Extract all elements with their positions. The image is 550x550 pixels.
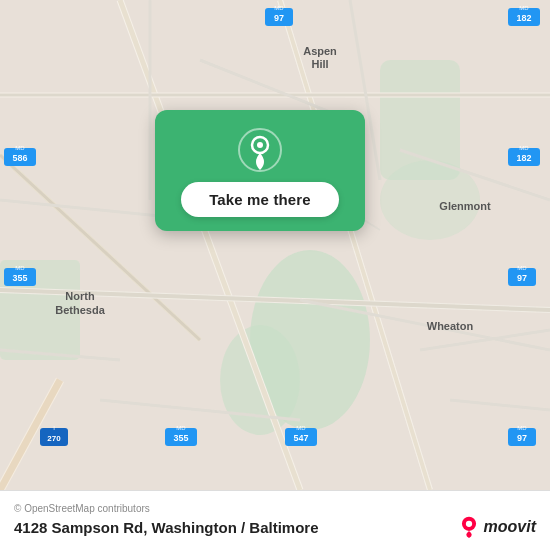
svg-text:355: 355 xyxy=(173,433,188,443)
bottom-bar: © OpenStreetMap contributors 4128 Sampso… xyxy=(0,490,550,550)
svg-text:Hill: Hill xyxy=(311,58,328,70)
svg-text:Aspen: Aspen xyxy=(303,45,337,57)
map-svg: 97 MD 182 MD 586 MD 355 MD 182 MD 97 MD … xyxy=(0,0,550,490)
take-me-there-button[interactable]: Take me there xyxy=(181,182,339,217)
svg-point-71 xyxy=(465,521,471,527)
svg-text:MD: MD xyxy=(15,145,25,151)
moovit-brand-text: moovit xyxy=(484,518,536,536)
svg-text:97: 97 xyxy=(517,273,527,283)
svg-text:97: 97 xyxy=(274,13,284,23)
svg-text:MD: MD xyxy=(519,5,529,11)
address-line: 4128 Sampson Rd, Washington / Baltimore … xyxy=(14,516,536,538)
svg-text:547: 547 xyxy=(293,433,308,443)
location-card: Take me there xyxy=(155,110,365,231)
svg-text:182: 182 xyxy=(516,153,531,163)
svg-text:Glenmont: Glenmont xyxy=(439,200,491,212)
map-container: 97 MD 182 MD 586 MD 355 MD 182 MD 97 MD … xyxy=(0,0,550,490)
svg-text:MD: MD xyxy=(517,265,527,271)
svg-text:MD: MD xyxy=(274,5,284,11)
moovit-pin-icon xyxy=(458,516,480,538)
svg-text:MD: MD xyxy=(176,425,186,431)
svg-text:Bethesda: Bethesda xyxy=(55,304,105,316)
svg-text:97: 97 xyxy=(517,433,527,443)
svg-text:Wheaton: Wheaton xyxy=(427,320,474,332)
map-attribution: © OpenStreetMap contributors xyxy=(14,503,536,514)
address-text: 4128 Sampson Rd, Washington / Baltimore xyxy=(14,519,319,536)
svg-text:270: 270 xyxy=(47,434,61,443)
location-pin-icon xyxy=(238,128,282,172)
svg-text:North: North xyxy=(65,290,95,302)
svg-text:586: 586 xyxy=(12,153,27,163)
svg-point-69 xyxy=(257,142,263,148)
svg-text:182: 182 xyxy=(516,13,531,23)
svg-text:MD: MD xyxy=(296,425,306,431)
svg-text:355: 355 xyxy=(12,273,27,283)
svg-text:MD: MD xyxy=(519,145,529,151)
moovit-logo: moovit xyxy=(458,516,536,538)
svg-text:MD: MD xyxy=(517,425,527,431)
svg-text:MD: MD xyxy=(15,265,25,271)
